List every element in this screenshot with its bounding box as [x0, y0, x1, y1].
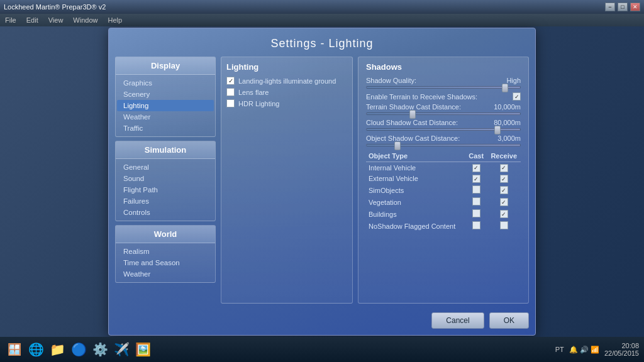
sidebar-item-lighting[interactable]: Lighting — [117, 100, 214, 111]
cast-checkbox-cell — [465, 208, 487, 220]
cloud-shadow-thumb[interactable] — [494, 126, 501, 134]
cloud-shadow-value: 80,000m — [489, 119, 521, 126]
terrain-shadow-track — [366, 112, 521, 115]
start-button[interactable]: 🪟 — [5, 340, 24, 359]
receive-checkbox-cell: ✓ — [487, 184, 521, 196]
receive-checkbox[interactable]: ✓ — [500, 210, 508, 218]
cast-checkbox-cell — [465, 184, 487, 196]
sidebar-item-traffic[interactable]: Traffic — [116, 123, 215, 134]
receive-checkbox[interactable]: ✓ — [500, 186, 508, 194]
object-shadow-slider-container — [366, 144, 521, 146]
taskbar: 🪟 🌐 📁 🔵 ⚙️ ✈️ 🖼️ PT 🔔 🔊 📶 20:08 22/05/20… — [0, 337, 644, 362]
taskbar-time: 20:08 — [604, 342, 639, 349]
sidebar-item-general[interactable]: General — [116, 162, 215, 173]
maximize-button[interactable]: □ — [618, 3, 628, 11]
cancel-button[interactable]: Cancel — [431, 312, 484, 329]
object-type-row: SimObjects✓ — [366, 184, 521, 196]
main-area: Settings - Lighting Display Graphics Sce… — [0, 26, 644, 337]
sidebar-items-display: Graphics Scenery Lighting Weather Traffi… — [116, 75, 215, 136]
object-name-cell: Internal Vehicle — [366, 162, 465, 173]
taskbar-right: PT 🔔 🔊 📶 20:08 22/05/2015 — [555, 342, 639, 357]
sidebar-section-display: Display Graphics Scenery Lighting Weathe… — [115, 57, 216, 137]
sidebar-section-world: World Realism Time and Season Weather — [115, 225, 216, 283]
object-name-cell: SimObjects — [366, 184, 465, 196]
app-icon-2[interactable]: ✈️ — [112, 340, 131, 359]
menu-bar: File Edit View Window Help — [0, 14, 644, 26]
sidebar-item-weather-world[interactable]: Weather — [116, 268, 215, 280]
app-icon-1[interactable]: ⚙️ — [91, 340, 109, 359]
object-shadow-thumb[interactable] — [394, 141, 401, 150]
receive-checkbox[interactable]: ✓ — [500, 164, 508, 172]
enable-terrain-checkbox[interactable]: ✓ — [513, 92, 521, 101]
cast-checkbox[interactable] — [472, 221, 480, 229]
receive-checkbox[interactable]: ✓ — [500, 175, 508, 183]
shadow-quality-label: Shadow Quality: — [366, 77, 416, 84]
sidebar-item-realism[interactable]: Realism — [116, 246, 215, 257]
sidebar-item-controls[interactable]: Controls — [116, 207, 215, 218]
shadow-quality-thumb[interactable] — [502, 84, 508, 92]
receive-checkbox[interactable] — [500, 221, 508, 229]
shadow-quality-row: Shadow Quality: High — [366, 77, 521, 84]
explorer-icon[interactable]: 📁 — [48, 340, 67, 359]
title-bar: Lockheed Martin® Prepar3D® v2 − □ ✕ — [0, 0, 644, 14]
cast-checkbox[interactable] — [472, 209, 480, 217]
lighting-label-1: Lens flare — [238, 89, 269, 96]
cast-checkbox[interactable]: ✓ — [472, 164, 480, 172]
sidebar-item-graphics[interactable]: Graphics — [116, 77, 215, 89]
chrome-icon[interactable]: 🔵 — [69, 340, 88, 359]
shadow-quality-slider-container — [366, 86, 521, 89]
shadows-panel: Shadows Shadow Quality: High Enable Terr… — [358, 57, 529, 304]
cast-checkbox[interactable]: ✓ — [472, 175, 480, 183]
receive-checkbox[interactable]: ✓ — [500, 198, 508, 206]
receive-checkbox-cell: ✓ — [487, 196, 521, 208]
sidebar-item-scenery[interactable]: Scenery — [116, 89, 215, 100]
cast-checkbox-cell — [465, 220, 487, 232]
sidebar-item-failures[interactable]: Failures — [116, 195, 215, 207]
dialog-title: Settings - Lighting — [109, 28, 535, 57]
menu-view[interactable]: View — [48, 16, 64, 24]
lighting-label-2: HDR Lighting — [238, 100, 279, 107]
sidebar-header-world: World — [116, 226, 215, 243]
menu-help[interactable]: Help — [108, 16, 122, 24]
settings-dialog: Settings - Lighting Display Graphics Sce… — [108, 28, 536, 336]
minimize-button[interactable]: − — [605, 3, 615, 11]
object-shadow-label: Object Shadow Cast Distance: — [366, 134, 460, 142]
receive-col-header: Receive — [487, 150, 521, 162]
cloud-shadow-slider-container — [366, 128, 521, 131]
sidebar-item-flight-path[interactable]: Flight Path — [116, 184, 215, 195]
terrain-shadow-thumb[interactable] — [409, 110, 416, 119]
sidebar-item-weather-display[interactable]: Weather — [116, 111, 215, 123]
cast-checkbox-cell: ✓ — [465, 173, 487, 185]
lighting-checkbox-1[interactable] — [226, 88, 235, 96]
sidebar-items-world: Realism Time and Season Weather — [116, 243, 215, 282]
menu-window[interactable]: Window — [73, 16, 97, 24]
object-type-table: Object Type Cast Receive Internal Vehicl… — [366, 150, 521, 232]
ok-button[interactable]: OK — [489, 312, 529, 329]
sidebar-item-time-season[interactable]: Time and Season — [116, 257, 215, 268]
menu-file[interactable]: File — [5, 16, 16, 24]
app-icon-3[interactable]: 🖼️ — [133, 340, 152, 359]
menu-edit[interactable]: Edit — [26, 16, 38, 24]
sidebar: Display Graphics Scenery Lighting Weathe… — [115, 57, 216, 304]
window-title: Lockheed Martin® Prepar3D® v2 — [4, 3, 106, 11]
enable-terrain-label: Enable Terrain to Receive Shadows: — [366, 93, 477, 101]
lighting-checkbox-2[interactable] — [226, 99, 235, 107]
ie-icon[interactable]: 🌐 — [26, 340, 45, 359]
object-type-row: Buildings✓ — [366, 208, 521, 220]
cast-checkbox[interactable] — [472, 185, 480, 194]
sidebar-header-display: Display — [116, 57, 215, 75]
lighting-label-0: Landing-lights illuminate ground — [238, 77, 336, 85]
sidebar-items-simulation: General Sound Flight Path Failures Contr… — [116, 159, 215, 221]
sidebar-item-sound[interactable]: Sound — [116, 173, 215, 184]
close-button[interactable]: ✕ — [630, 3, 640, 11]
lighting-checkbox-0[interactable]: ✓ — [226, 77, 235, 85]
lighting-panel: Lighting ✓ Landing-lights illuminate gro… — [221, 57, 353, 304]
cast-checkbox[interactable] — [472, 197, 480, 206]
object-name-cell: Vegetation — [366, 196, 465, 208]
cloud-shadow-track — [366, 128, 521, 131]
object-shadow-track — [366, 144, 521, 146]
taskbar-clock: 20:08 22/05/2015 — [604, 342, 639, 357]
lighting-option-1: Lens flare — [226, 88, 347, 96]
dialog-footer: Cancel OK — [109, 309, 535, 335]
lighting-option-0: ✓ Landing-lights illuminate ground — [226, 77, 347, 85]
